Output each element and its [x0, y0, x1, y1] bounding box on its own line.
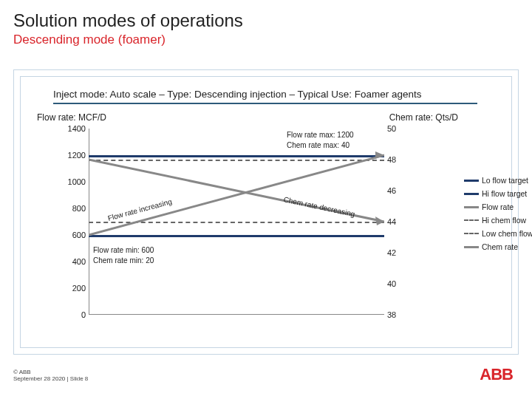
tick: 38: [387, 310, 396, 319]
tick: 1400: [68, 124, 86, 133]
swatch-icon: [464, 219, 479, 221]
legend-item: Hi chem flow: [464, 216, 532, 225]
tick: 1000: [68, 177, 86, 186]
tick: 42: [387, 248, 396, 257]
chart-inner: Inject mode: Auto scale – Type: Descendi…: [20, 76, 512, 348]
tick: 800: [72, 204, 86, 213]
legend-item: Flow rate: [464, 202, 532, 211]
swatch-icon: [464, 233, 479, 234]
flow-rate-line: [89, 155, 384, 235]
page-subtitle: Descending mode (foamer): [13, 33, 519, 47]
arrow-head-icon: [375, 216, 384, 225]
page-title: Solution modes of operations: [13, 10, 519, 31]
tick: 44: [387, 217, 396, 226]
abb-logo: ABB: [480, 365, 513, 384]
tick: 50: [387, 124, 396, 133]
tick: 400: [72, 257, 86, 266]
tick: 600: [72, 231, 86, 239]
chart-area: Flow rate: MCF/D Chem rate: Qts/D 1400 1…: [37, 112, 458, 341]
legend-item: Low chem flow: [464, 229, 532, 238]
legend: Lo flow target Hi flow target Flow rate …: [464, 176, 532, 256]
caption: Inject mode: Auto scale – Type: Descendi…: [53, 89, 422, 100]
tick: 48: [387, 155, 396, 164]
flow-max-note: Flow rate max: 1200 Chem rate max: 40: [287, 130, 354, 150]
left-axis-title: Flow rate: MCF/D: [37, 112, 106, 123]
legend-item: Lo flow target: [464, 176, 532, 185]
tick: 40: [387, 279, 396, 288]
right-axis-ticks: 50 48 46 44 42 40 38: [387, 129, 409, 315]
left-axis-ticks: 1400 1200 1000 800 600 400 200 0: [59, 129, 86, 315]
legend-item: Chem rate: [464, 242, 532, 251]
tick: 200: [72, 284, 86, 293]
caption-rule: [53, 103, 477, 104]
arrow-head-icon: [375, 151, 384, 159]
tick: 1200: [68, 151, 86, 160]
swatch-icon: [464, 206, 479, 208]
flow-min-note: Flow rate min: 600 Chem rate min: 20: [93, 245, 154, 265]
diagonal-lines: [89, 129, 384, 315]
footer: © ABB September 28 2020 | Slide 8: [13, 369, 88, 383]
swatch-icon: [464, 180, 479, 182]
legend-item: Hi flow target: [464, 189, 532, 198]
swatch-icon: [464, 246, 479, 248]
swatch-icon: [464, 193, 479, 195]
right-axis-title: Chem rate: Qts/D: [389, 112, 458, 123]
tick: 0: [81, 310, 86, 319]
plot: Flow rate max: 1200 Chem rate max: 40 Fl…: [89, 129, 384, 315]
tick: 46: [387, 186, 396, 195]
chart-frame: Inject mode: Auto scale – Type: Descendi…: [13, 69, 519, 355]
